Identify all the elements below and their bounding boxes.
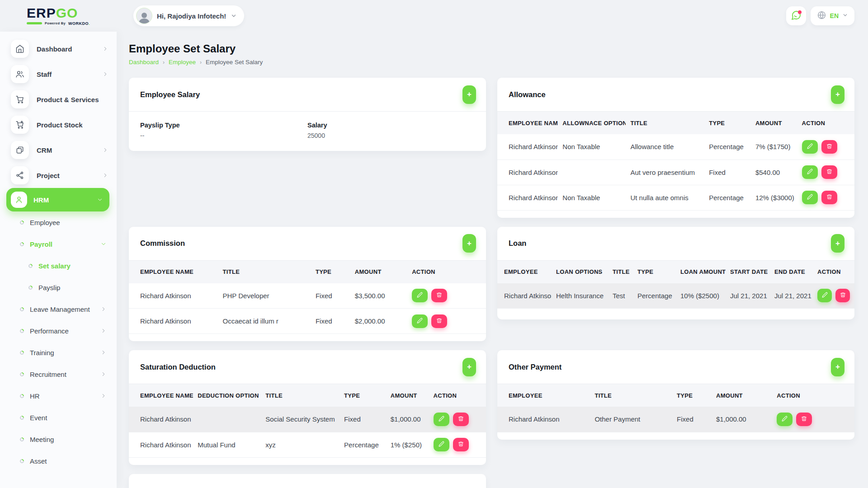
sidebar-subitem-set-salary[interactable]: Set salary	[0, 255, 117, 277]
sidebar-item-label: Dashboard	[37, 45, 102, 53]
add-loan-button[interactable]: +	[831, 234, 844, 253]
notification-dot	[798, 10, 802, 14]
field-label: Payslip Type	[140, 122, 307, 129]
delete-button[interactable]	[431, 289, 447, 302]
chevron-down-icon	[842, 12, 848, 19]
table-row: Richard AtkinsonHelth InsuranceTestPerce…	[497, 283, 854, 309]
sidebar-subitem-training[interactable]: Training	[0, 342, 117, 363]
edit-button[interactable]	[802, 165, 818, 179]
avatar	[136, 8, 152, 24]
edit-button[interactable]	[412, 314, 428, 328]
loan-table: EMPLOYEELOAN OPTIONSTITLETYPELOAN AMOUNT…	[497, 261, 854, 309]
actions-cell	[797, 134, 854, 160]
sidebar-subitem-employee[interactable]: Employee	[0, 211, 117, 233]
sidebar-subitem-hr[interactable]: HR	[0, 385, 117, 407]
field-label: Salary	[307, 122, 475, 129]
table-cell: $1,000.00	[712, 407, 772, 432]
sidebar-subitem-recruitment[interactable]: Recruitment	[0, 363, 117, 385]
breadcrumb-employee[interactable]: Employee	[169, 59, 196, 66]
sidebar-item-product-stock[interactable]: Product Stock	[0, 112, 117, 137]
add-other-button[interactable]: +	[831, 358, 844, 376]
edit-button[interactable]	[434, 438, 449, 451]
column-header-deduction-option: DEDUCTION OPTION	[193, 384, 261, 407]
sidebar-item-label: Staff	[37, 70, 102, 78]
table-cell	[193, 407, 261, 432]
sidebar-item-label: HRM	[33, 196, 97, 204]
table-cell: Richard Atkinson	[129, 407, 193, 432]
actions-cell	[797, 160, 854, 185]
delete-button[interactable]	[796, 413, 812, 426]
delete-button[interactable]	[821, 140, 837, 154]
breadcrumb-dashboard[interactable]: Dashboard	[129, 59, 159, 66]
sidebar-subitem-leave-management[interactable]: Leave Management	[0, 298, 117, 320]
table-row: Richard AtkinsonSocial Security SystemFi…	[129, 407, 486, 432]
page-title: Employee Set Salary	[129, 42, 854, 55]
sidebar-subitem-label: Payroll	[30, 240, 100, 248]
edit-button[interactable]	[412, 289, 428, 302]
edit-button[interactable]	[817, 289, 832, 302]
sidebar-subitem-payroll[interactable]: Payroll	[0, 233, 117, 255]
saturation-deduction-card: Saturation Deduction+EMPLOYEE NAMEDEDUCT…	[129, 350, 486, 465]
sidebar-subitem-asset[interactable]: Asset	[0, 450, 117, 472]
sidebar-item-dashboard[interactable]: Dashboard	[0, 36, 117, 61]
other-table: EMPLOYEETITLETYPEAMOUNTACTIONRichard Atk…	[497, 384, 854, 432]
add-saturation-button[interactable]: +	[462, 358, 476, 376]
edit-button[interactable]	[802, 140, 818, 154]
messages-button[interactable]	[786, 6, 806, 25]
sidebar-subitem-event[interactable]: Event	[0, 407, 117, 428]
pencil-icon	[439, 441, 444, 448]
sidebar-subitem-meeting[interactable]: Meeting	[0, 428, 117, 450]
delete-button[interactable]	[821, 191, 837, 204]
add-salary-button[interactable]: +	[462, 85, 476, 104]
sidebar-item-hrm[interactable]: HRM	[6, 188, 109, 211]
delete-button[interactable]	[821, 165, 837, 179]
delete-button[interactable]	[431, 314, 447, 328]
table-cell: 10% ($2500)	[676, 283, 726, 309]
logo[interactable]: ERPGO Powered By WORKDO.	[0, 6, 117, 26]
delete-button[interactable]	[453, 438, 469, 451]
sidebar-subitem-label: Payslip	[38, 284, 107, 291]
add-commission-button[interactable]: +	[462, 234, 476, 253]
edit-button[interactable]	[777, 413, 793, 426]
language-selector[interactable]: EN	[811, 6, 854, 25]
sidebar-item-product-services[interactable]: Product & Services	[0, 87, 117, 112]
allowance-card: Allowance+EMPLOYEE NAMEALLOWNACE OPTIONT…	[497, 78, 854, 218]
user-menu[interactable]: Hi, Rajodiya Infotech!	[133, 5, 244, 26]
card-title: Employee Salary	[140, 90, 200, 99]
chevron-right-icon	[102, 46, 108, 52]
other-payment-card: Other Payment+EMPLOYEETITLETYPEAMOUNTACT…	[497, 350, 854, 440]
table-cell: Social Security System	[261, 407, 340, 432]
table-cell: Non Taxable	[558, 134, 626, 160]
table-cell: $3,500.00	[350, 283, 407, 309]
topbar: ERPGO Powered By WORKDO. Hi, Rajodiya In…	[0, 0, 868, 32]
table-cell	[558, 160, 626, 185]
table-row: Richard AtkinsonNon TaxableUt nulla aute…	[497, 185, 854, 210]
pencil-icon	[439, 416, 444, 423]
bullet-icon	[19, 328, 25, 334]
column-header-title: TITLE	[261, 384, 340, 407]
add-allowance-button[interactable]: +	[831, 85, 844, 104]
trash-icon	[826, 143, 832, 150]
table-row: Richard AtkinsonPHP DeveloperFixed$3,500…	[129, 283, 486, 309]
column-header-amount: AMOUNT	[712, 384, 772, 407]
breadcrumb-employee-set-salary: Employee Set Salary	[206, 59, 263, 66]
actions-cell	[813, 283, 854, 309]
bullet-icon	[28, 285, 33, 291]
column-header-title: TITLE	[626, 112, 704, 134]
staff-icon	[11, 65, 29, 83]
bullet-icon	[19, 436, 25, 442]
edit-button[interactable]	[434, 413, 449, 426]
next-section-card	[129, 474, 486, 488]
loan-table-wrapper[interactable]: EMPLOYEELOAN OPTIONSTITLETYPELOAN AMOUNT…	[497, 261, 854, 309]
sidebar-subitem-payslip[interactable]: Payslip	[0, 277, 117, 298]
sidebar-subitem-performance[interactable]: Performance	[0, 320, 117, 342]
edit-button[interactable]	[802, 191, 818, 204]
delete-button[interactable]	[453, 413, 469, 426]
bullet-icon	[19, 241, 25, 247]
sidebar-item-crm[interactable]: CRM	[0, 137, 117, 163]
sidebar-item-staff[interactable]: Staff	[0, 61, 117, 87]
sidebar-item-project[interactable]: Project	[0, 163, 117, 188]
table-cell: Percentage	[340, 432, 386, 457]
delete-button[interactable]	[835, 289, 850, 302]
table-row: Richard AtkinsonOccaecat id illum rFixed…	[129, 309, 486, 334]
